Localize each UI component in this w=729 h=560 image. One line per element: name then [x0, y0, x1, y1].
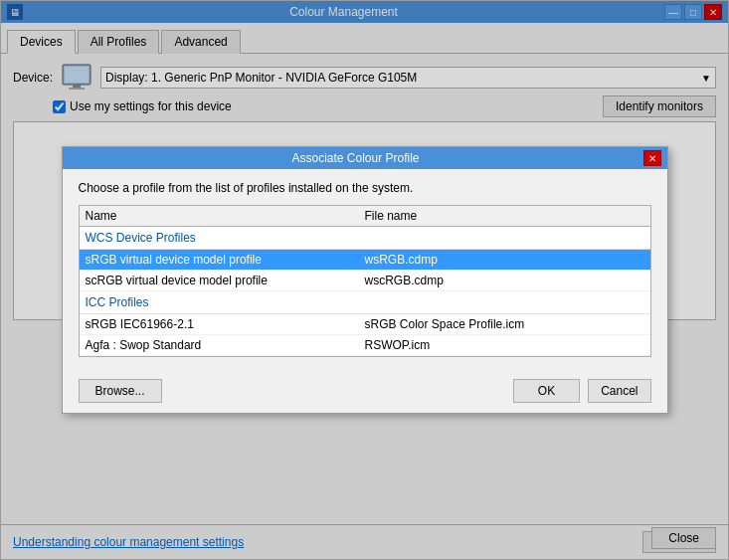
profile-row-scrgb-virtual[interactable]: scRGB virtual device model profile wscRG… — [80, 271, 650, 291]
icc-group-header: ICC Profiles — [80, 291, 650, 314]
profile-list: WCS Device Profiles sRGB virtual device … — [80, 227, 650, 356]
wcs-group-header: WCS Device Profiles — [80, 227, 650, 250]
modal-close-button[interactable]: ✕ — [643, 150, 661, 166]
main-window: 🖥 Colour Management — □ ✕ Devices All Pr… — [0, 0, 729, 560]
modal-footer: Browse... OK Cancel — [63, 369, 667, 413]
profile-row-srgb-virtual[interactable]: sRGB virtual device model profile wsRGB.… — [80, 250, 650, 271]
column-filename-header: File name — [365, 209, 644, 223]
profile-table: Name File name WCS Device Profiles sRGB … — [79, 205, 651, 357]
browse-button[interactable]: Browse... — [79, 379, 162, 403]
modal-title: Associate Colour Profile — [69, 151, 643, 165]
cancel-button[interactable]: Cancel — [588, 379, 650, 403]
associate-profile-dialog: Associate Colour Profile ✕ Choose a prof… — [62, 146, 668, 414]
profile-table-header: Name File name — [80, 206, 650, 227]
column-name-header: Name — [86, 209, 365, 223]
modal-title-bar: Associate Colour Profile ✕ — [63, 147, 667, 169]
profile-row-agfa-swop[interactable]: Agfa : Swop Standard RSWOP.icm — [80, 335, 650, 356]
ok-cancel-buttons: OK Cancel — [513, 379, 651, 403]
modal-body: Choose a profile from the list of profil… — [63, 169, 667, 369]
profile-row-srgb-iec[interactable]: sRGB IEC61966-2.1 sRGB Color Space Profi… — [80, 314, 650, 335]
modal-instruction: Choose a profile from the list of profil… — [79, 181, 651, 195]
modal-overlay: Associate Colour Profile ✕ Choose a prof… — [1, 1, 728, 559]
ok-button[interactable]: OK — [513, 379, 580, 403]
